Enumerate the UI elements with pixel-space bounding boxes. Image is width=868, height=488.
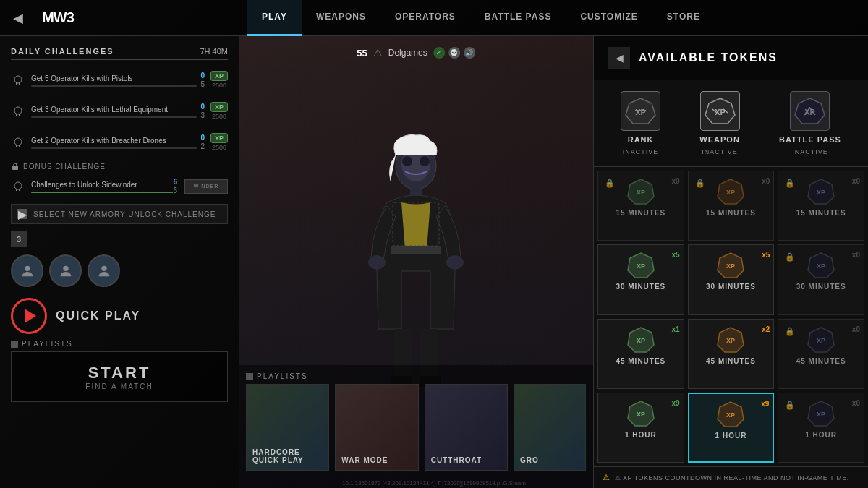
playlist-name: WAR MODE xyxy=(341,456,412,464)
square-icon xyxy=(246,373,253,380)
challenge-name: Get 2 Operator Kills with Breacher Drone… xyxy=(31,136,197,145)
token-cell[interactable]: 🔒 XP x0 45 MINUTES xyxy=(778,319,864,389)
lock-icon: 🔒 xyxy=(785,327,795,336)
battlepass-badge: XP xyxy=(790,91,830,131)
token-multiplier: x5 xyxy=(672,251,680,259)
challenge-reward: 0 2 xyxy=(200,134,205,150)
svg-point-13 xyxy=(25,265,30,270)
nav-back-button[interactable]: ◀ xyxy=(0,0,36,36)
token-cell-top: XP x5 xyxy=(692,251,770,280)
token-cell-top: 🔒 XP x0 xyxy=(602,177,680,206)
bonus-current: 6 xyxy=(173,178,177,186)
playlist-card[interactable]: WAR MODE xyxy=(335,384,418,471)
challenge-progress-bar xyxy=(31,85,197,87)
challenge-item: Get 5 Operator Kills with Pistols 0 5 XP… xyxy=(11,67,228,93)
start-button[interactable]: START FIND A MATCH xyxy=(11,351,228,402)
xp-hex-icon: XP xyxy=(807,251,835,280)
nav-item-play[interactable]: PLAY xyxy=(247,0,302,36)
bonus-challenge-info: Challenges to Unlock Sidewinder xyxy=(31,180,173,193)
token-cell[interactable]: XP x2 45 MINUTES xyxy=(688,319,775,389)
bonus-challenge-name: Challenges to Unlock Sidewinder xyxy=(31,180,173,189)
token-back-button[interactable]: ◀ xyxy=(608,47,630,69)
challenge-current: 0 xyxy=(200,103,205,111)
playlist-card[interactable]: HARDCORE QUICK PLAY xyxy=(246,384,329,471)
token-cell[interactable]: XP x5 30 MINUTES xyxy=(688,244,775,314)
challenge-name: Get 3 Operator Kills with Lethal Equipme… xyxy=(31,105,197,114)
character-svg xyxy=(344,127,488,387)
challenge-item: Get 2 Operator Kills with Breacher Drone… xyxy=(11,129,228,155)
xp-hex-icon: XP xyxy=(716,177,745,206)
bonus-challenge-item: Challenges to Unlock Sidewinder 6 6 WIND… xyxy=(11,174,228,198)
playlists-label: PLAYLISTS xyxy=(246,372,586,380)
playlist-card-partial[interactable]: GRO xyxy=(514,384,586,471)
token-multiplier: x0 xyxy=(852,325,860,333)
token-cell[interactable]: XP x5 30 MINUTES xyxy=(597,244,684,314)
token-duration: 1 HOUR xyxy=(715,432,747,440)
xp-hex-icon: XP xyxy=(626,399,655,428)
character-display xyxy=(322,98,510,387)
svg-rect-21 xyxy=(391,246,441,254)
token-cell[interactable]: 🔒 XP x0 30 MINUTES xyxy=(778,244,864,314)
svg-text:XP: XP xyxy=(635,108,646,116)
svg-rect-2 xyxy=(19,82,20,85)
operator-icon[interactable] xyxy=(88,254,120,287)
xp-badge: XP xyxy=(210,71,228,81)
footer-text: ⚠ XP TOKENS COUNTDOWN IN REAL-TIME AND N… xyxy=(615,474,849,481)
quick-play-label: QUICK PLAY xyxy=(56,309,140,322)
token-multiplier: x5 xyxy=(762,251,770,259)
playlists-section-label: PLAYLISTS xyxy=(11,340,228,348)
token-cell[interactable]: 🔒 XP x0 15 MINUTES xyxy=(778,171,864,241)
token-cell-top: XP x5 xyxy=(602,251,680,280)
bonus-total: 6 xyxy=(173,187,177,194)
svg-point-24 xyxy=(368,255,386,270)
svg-text:XP: XP xyxy=(637,337,645,344)
nav-item-operators[interactable]: OPERATORS xyxy=(380,0,470,36)
token-cell[interactable]: XP x1 45 MINUTES xyxy=(597,319,684,389)
battlepass-type-name: BATTLE PASS xyxy=(779,135,841,144)
token-multiplier: x2 xyxy=(762,325,770,333)
challenge-info: Get 3 Operator Kills with Lethal Equipme… xyxy=(31,105,197,118)
weapon-type-status: INACTIVE xyxy=(702,148,738,155)
xp-amount: 2500 xyxy=(212,144,226,151)
square-icon xyxy=(11,341,18,348)
svg-text:XP: XP xyxy=(817,189,825,196)
play-button[interactable] xyxy=(11,298,47,334)
token-cell-top: XP x1 xyxy=(602,325,680,354)
nav-item-store[interactable]: STORE xyxy=(652,0,715,36)
select-challenge-button[interactable]: ▶ SELECT NEW ARMORY UNLOCK CHALLENGE xyxy=(11,204,228,224)
winder-preview: 6 6 WINDER xyxy=(173,178,228,194)
token-cell[interactable]: 🔒 XP x0 15 MINUTES xyxy=(688,171,775,241)
token-cell-top: XP x9 xyxy=(693,400,770,429)
challenge-progress-bar xyxy=(31,147,197,149)
playlist-card[interactable]: CUTTHROAT xyxy=(425,384,508,471)
lock-icon: 🔒 xyxy=(785,252,795,262)
token-cell[interactable]: XP x9 1 HOUR xyxy=(597,393,684,463)
operator-icon[interactable] xyxy=(49,254,82,287)
token-cell-top: 🔒 XP x0 xyxy=(782,177,860,206)
token-multiplier: x1 xyxy=(672,325,680,333)
nav-item-weapons[interactable]: WEAPONS xyxy=(302,0,380,36)
center-area: 55 ⚠ Delgames ✔ 💀 🔊 xyxy=(239,36,593,488)
svg-point-6 xyxy=(14,138,22,145)
xp-hex-icon: XP xyxy=(716,400,745,429)
challenge-name: Get 5 Operator Kills with Pistols xyxy=(31,74,197,83)
svg-text:XP: XP xyxy=(637,189,645,196)
challenges-timer: 7H 40M xyxy=(200,47,228,56)
token-cell[interactable]: XP x9 1 HOUR xyxy=(688,393,775,463)
token-multiplier: x0 xyxy=(672,177,680,185)
token-cell[interactable]: 🔒 XP x0 1 HOUR xyxy=(778,393,864,463)
token-footer: ⚠ ⚠ XP TOKENS COUNTDOWN IN REAL-TIME AND… xyxy=(594,466,868,488)
bonus-challenge-header: BONUS CHALLENGE xyxy=(11,162,228,171)
challenges-header: DAILY CHALLENGES 7H 40M xyxy=(11,47,228,60)
player-count: 55 xyxy=(357,48,367,59)
nav-item-battlepass[interactable]: BATTLE PASS xyxy=(470,0,566,36)
svg-text:XP: XP xyxy=(726,189,735,196)
token-cell[interactable]: 🔒 XP x0 15 MINUTES xyxy=(597,171,684,241)
volume-icon[interactable]: 🔊 xyxy=(464,47,475,59)
operator-icon[interactable] xyxy=(11,254,43,287)
username-caution-icon: ⚠ xyxy=(373,47,383,59)
svg-point-14 xyxy=(63,265,68,270)
bonus-label: BONUS CHALLENGE xyxy=(23,163,106,171)
svg-rect-7 xyxy=(16,145,17,147)
nav-item-customize[interactable]: CUSTOMIZE xyxy=(566,0,652,36)
